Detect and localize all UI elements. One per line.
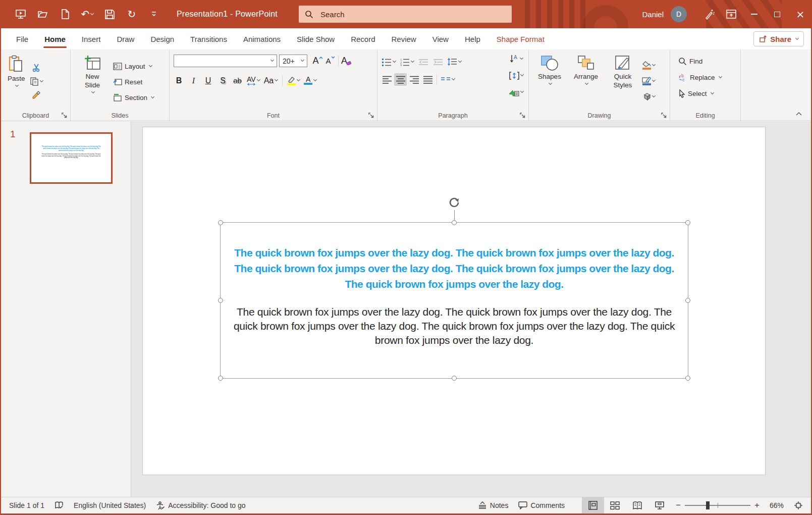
- tab-animations[interactable]: Animations: [235, 28, 289, 49]
- resize-handle-bottom-center[interactable]: [452, 376, 457, 381]
- rotation-handle[interactable]: [447, 195, 461, 212]
- tab-file[interactable]: File: [8, 28, 36, 49]
- bullets-button[interactable]: [381, 56, 397, 68]
- layout-button[interactable]: Layout: [111, 60, 156, 73]
- shape-effects-button[interactable]: [641, 90, 656, 103]
- quick-styles-button[interactable]: Quick Styles: [605, 53, 641, 107]
- line-spacing-button[interactable]: [446, 56, 462, 68]
- resize-handle-middle-left[interactable]: [218, 298, 223, 303]
- shape-outline-button[interactable]: [641, 75, 656, 87]
- slide-thumbnail[interactable]: The quick brown fox jumps over the lazy …: [30, 132, 113, 184]
- strikethrough-button[interactable]: ab: [231, 74, 244, 87]
- numbering-button[interactable]: 123: [399, 56, 415, 68]
- tab-insert[interactable]: Insert: [74, 28, 109, 49]
- slide-body-text[interactable]: The quick brown fox jumps over the lazy …: [227, 305, 682, 347]
- new-slide-button[interactable]: New Slide: [74, 53, 111, 107]
- tab-review[interactable]: Review: [384, 28, 424, 49]
- save-button[interactable]: [101, 6, 118, 23]
- minimize-button[interactable]: [742, 0, 766, 28]
- align-left-button[interactable]: [381, 73, 393, 86]
- start-slideshow-button[interactable]: [12, 6, 29, 23]
- slide-sorter-view-button[interactable]: [604, 497, 626, 513]
- resize-handle-middle-right[interactable]: [685, 298, 690, 303]
- shape-fill-button[interactable]: [641, 59, 656, 72]
- arrange-button[interactable]: Arrange: [567, 53, 605, 107]
- bold-button[interactable]: B: [173, 74, 185, 87]
- font-name-combobox[interactable]: [174, 55, 277, 67]
- repeat-button[interactable]: ↻: [123, 6, 140, 23]
- tab-slide-show[interactable]: Slide Show: [289, 28, 343, 49]
- tab-shape-format[interactable]: Shape Format: [489, 28, 553, 49]
- zoom-out-button[interactable]: −: [671, 497, 681, 513]
- zoom-slider[interactable]: [685, 505, 750, 506]
- font-dialog-launcher[interactable]: [368, 113, 374, 119]
- shapes-button[interactable]: Shapes: [532, 53, 567, 107]
- open-button[interactable]: [34, 6, 51, 23]
- format-painter-button[interactable]: [29, 89, 44, 101]
- accessibility-checker-button[interactable]: Accessibility: Good to go: [151, 497, 250, 513]
- reset-button[interactable]: Reset: [111, 75, 156, 88]
- selected-text-box[interactable]: The quick brown fox jumps over the lazy …: [220, 222, 688, 379]
- copy-button[interactable]: [29, 75, 44, 88]
- customize-quick-access-button[interactable]: [145, 6, 163, 23]
- new-file-button[interactable]: [57, 6, 74, 23]
- slide[interactable]: The quick brown fox jumps over the lazy …: [142, 127, 766, 475]
- section-button[interactable]: Section: [111, 91, 156, 104]
- change-case-button[interactable]: Aa: [263, 74, 279, 87]
- coming-soon-button[interactable]: [698, 0, 720, 28]
- avatar[interactable]: D: [671, 6, 687, 22]
- cut-button[interactable]: [29, 62, 44, 74]
- undo-button[interactable]: ↶: [79, 6, 96, 23]
- comments-button[interactable]: Comments: [513, 497, 570, 513]
- font-size-combobox[interactable]: 20+: [279, 55, 307, 67]
- replace-button[interactable]: bc Replace: [676, 71, 737, 84]
- zoom-level-button[interactable]: 66%: [765, 497, 789, 513]
- clear-formatting-button[interactable]: A: [340, 55, 353, 67]
- ribbon-display-options-button[interactable]: [720, 0, 742, 28]
- justify-button[interactable]: [421, 73, 434, 86]
- search-box[interactable]: [299, 6, 512, 23]
- share-button[interactable]: Share: [753, 31, 804, 46]
- resize-handle-top-left[interactable]: [218, 220, 223, 225]
- text-shadow-button[interactable]: S: [216, 74, 229, 87]
- paragraph-dialog-launcher[interactable]: [520, 113, 526, 119]
- slide-heading-text[interactable]: The quick brown fox jumps over the lazy …: [227, 245, 682, 292]
- collapse-ribbon-button[interactable]: [796, 109, 802, 118]
- zoom-in-button[interactable]: +: [754, 497, 765, 513]
- zoom-slider-thumb[interactable]: [706, 501, 710, 509]
- tab-view[interactable]: View: [424, 28, 457, 49]
- font-color-button[interactable]: A: [303, 74, 317, 87]
- align-center-button[interactable]: [394, 73, 407, 86]
- close-button[interactable]: ×: [789, 0, 812, 28]
- reading-view-button[interactable]: [626, 497, 648, 513]
- underline-button[interactable]: U: [202, 74, 214, 87]
- maximize-button[interactable]: [766, 0, 789, 28]
- tab-record[interactable]: Record: [343, 28, 383, 49]
- text-highlight-button[interactable]: [286, 74, 301, 87]
- clipboard-dialog-launcher[interactable]: [62, 113, 68, 119]
- drawing-dialog-launcher[interactable]: [661, 113, 667, 119]
- language-button[interactable]: English (United States): [69, 497, 151, 513]
- find-button[interactable]: Find: [676, 55, 737, 68]
- slide-indicator[interactable]: Slide 1 of 1: [1, 497, 49, 513]
- search-input[interactable]: [320, 10, 506, 19]
- text-direction-button[interactable]: A: [508, 53, 524, 65]
- tab-design[interactable]: Design: [142, 28, 182, 49]
- increase-font-size-button[interactable]: A: [311, 55, 324, 67]
- italic-button[interactable]: I: [187, 74, 200, 87]
- select-button[interactable]: Select: [676, 87, 737, 100]
- spell-check-button[interactable]: [49, 497, 69, 513]
- tab-help[interactable]: Help: [457, 28, 489, 49]
- convert-to-smartart-button[interactable]: [508, 86, 524, 98]
- notes-button[interactable]: Notes: [473, 497, 514, 513]
- tab-home[interactable]: Home: [36, 28, 74, 49]
- align-right-button[interactable]: [408, 73, 420, 86]
- character-spacing-button[interactable]: AV: [246, 74, 261, 87]
- resize-handle-bottom-left[interactable]: [218, 376, 223, 381]
- fit-slide-to-window-button[interactable]: [789, 497, 811, 513]
- tab-transitions[interactable]: Transitions: [182, 28, 235, 49]
- paste-button[interactable]: Paste: [4, 53, 29, 107]
- tab-draw[interactable]: Draw: [109, 28, 142, 49]
- resize-handle-top-right[interactable]: [685, 220, 690, 225]
- resize-handle-top-center[interactable]: [452, 220, 457, 225]
